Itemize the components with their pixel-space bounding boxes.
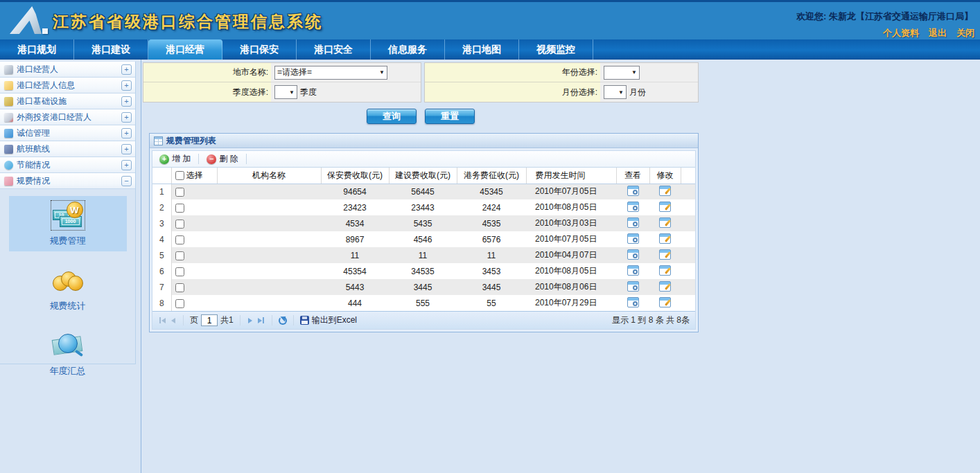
tab-port-operation[interactable]: 港口经营 [148,39,222,60]
page-number-input[interactable] [201,314,218,326]
view-icon[interactable] [627,186,639,196]
city-select[interactable]: =请选择= ▼ [274,66,387,80]
expand-toggle[interactable]: + [121,128,132,139]
fee-date-cell: 2010年08月06日 [526,279,616,295]
table-row: 5 11 11 11 2010年04月07日 [152,247,695,263]
delete-button[interactable]: 删 除 [204,153,240,165]
infrastructure-icon [4,97,13,106]
quarter-label: 季度选择: [143,82,271,102]
fee-date-cell: 2010年08月05日 [526,263,616,279]
table-icon [154,136,163,145]
edit-icon[interactable] [659,217,671,228]
first-page-button[interactable] [158,316,167,325]
logout-link[interactable]: 退出 [929,27,947,39]
edit-cell [649,247,681,263]
row-checkbox[interactable] [175,299,184,308]
sidebar-item-port-operators[interactable]: 港口经营人 + [0,62,135,78]
sidebar-item-foreign-investors[interactable]: 外商投资港口经营人 + [0,109,135,125]
view-icon[interactable] [627,297,639,307]
view-icon[interactable] [627,202,639,212]
edit-icon[interactable] [659,186,671,196]
row-number: 4 [152,231,171,247]
refresh-icon[interactable] [279,316,287,325]
fee-date-cell: 2010年07月05日 [526,184,616,199]
sidebar-item-infrastructure[interactable]: 港口基础设施 + [0,93,135,109]
port-fee-cell: 11 [457,247,526,263]
org-name-cell [217,199,321,215]
row-checkbox[interactable] [175,204,184,213]
expand-toggle[interactable]: + [121,80,132,91]
edit-icon[interactable] [659,281,671,292]
profile-link[interactable]: 个人资料 [883,27,919,39]
tab-info-service[interactable]: 信息服务 [371,39,445,60]
sidebar-item-operator-info[interactable]: 港口经营人信息 + [0,78,135,93]
row-checkbox[interactable] [175,267,184,276]
row-checkbox[interactable] [175,235,184,244]
select-all-checkbox[interactable] [175,171,184,180]
reset-button[interactable]: 重置 [425,109,475,124]
tab-port-construction[interactable]: 港口建设 [74,39,148,60]
construction-fee-cell: 34535 [389,263,457,279]
year-select[interactable]: ▼ [604,66,640,80]
submenu-item-annual-summary[interactable]: 年度汇总 [9,326,127,382]
delete-icon [207,154,216,164]
tab-video-monitor[interactable]: 视频监控 [519,39,593,60]
last-page-button[interactable] [256,316,265,325]
add-button[interactable]: 增 加 [157,153,193,165]
edit-icon[interactable] [659,297,671,307]
main-nav: 港口规划 港口建设 港口经营 港口保安 港口安全 信息服务 港口地图 视频监控 [0,39,980,60]
chevron-down-icon: ▼ [377,69,387,75]
fee-list-panel: 规费管理列表 增 加 删 除 [149,133,699,332]
expand-toggle[interactable]: + [121,160,132,170]
panel-title-bar: 规费管理列表 [150,134,698,148]
tab-port-map[interactable]: 港口地图 [445,39,519,60]
fee-date-cell: 2010年07月05日 [526,231,616,247]
sidebar-item-energy-saving[interactable]: 节能情况 + [0,157,135,173]
close-link[interactable]: 关闭 [956,27,974,39]
row-checkbox[interactable] [175,220,184,229]
table-row: 1 94654 56445 45345 2010年07月05日 [152,184,695,199]
construction-fee-cell: 555 [389,295,457,311]
construction-fee-cell: 11 [389,247,457,263]
row-checkbox[interactable] [175,188,184,197]
tab-port-safety[interactable]: 港口安全 [297,39,371,60]
edit-icon[interactable] [659,233,671,244]
view-icon[interactable] [627,233,639,244]
expand-toggle[interactable]: + [121,112,132,123]
view-icon[interactable] [627,217,639,228]
row-select-cell [171,279,217,295]
sidebar-item-integrity-mgmt[interactable]: 诚信管理 + [0,125,135,141]
view-cell [616,247,649,263]
fee-table: 选择 机构名称 保安费收取(元) 建设费收取(元) 港务费征收(元) 费用发生时… [152,168,695,311]
chevron-down-icon: ▼ [629,69,639,75]
row-number: 1 [152,184,171,199]
view-icon[interactable] [627,249,639,260]
view-icon[interactable] [627,281,639,292]
search-button[interactable]: 查询 [367,109,417,124]
filter-buttons: 查询 重置 [143,109,699,124]
prev-page-button[interactable] [170,316,177,325]
collapse-toggle[interactable]: − [121,176,132,186]
month-select[interactable]: ▼ [604,85,627,99]
row-checkbox[interactable] [175,251,184,260]
expand-toggle[interactable]: + [121,144,132,154]
row-checkbox[interactable] [175,283,184,292]
edit-icon[interactable] [659,249,671,260]
edit-icon[interactable] [659,202,671,212]
submenu-item-fee-statistics[interactable]: 规费统计 [9,261,127,316]
edit-icon[interactable] [659,265,671,276]
export-excel-button[interactable]: 输出到Excel [300,314,357,326]
next-page-button[interactable] [247,316,254,325]
page-body: 港口经营人 + 港口经营人信息 + 港口基础设施 + 外商投资港口经营人 + 诚… [0,60,980,473]
submenu-item-fee-management[interactable]: 10 1000 W 规费管理 [9,196,127,251]
tab-port-planning[interactable]: 港口规划 [0,39,74,60]
expand-toggle[interactable]: + [121,64,132,75]
sidebar-menu: 港口经营人 + 港口经营人信息 + 港口基础设施 + 外商投资港口经营人 + 诚… [0,62,136,189]
sidebar-item-flights-routes[interactable]: 航班航线 + [0,141,135,157]
page-label: 页 [190,314,198,326]
view-icon[interactable] [627,265,639,276]
expand-toggle[interactable]: + [121,96,132,107]
quarter-select[interactable]: ▼ [274,85,297,99]
sidebar-item-fees-status[interactable]: 规费情况 − [0,173,135,189]
tab-port-security[interactable]: 港口保安 [222,39,297,60]
